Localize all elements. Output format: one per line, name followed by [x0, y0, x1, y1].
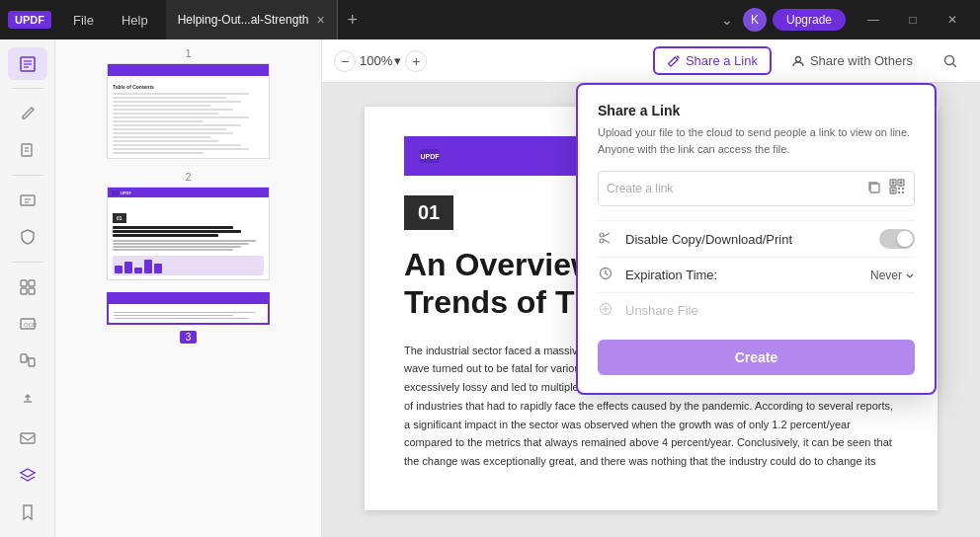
convert-icon[interactable] [8, 345, 47, 377]
disable-option-label: Disable Copy/Download/Print [625, 232, 871, 247]
form-icon[interactable] [8, 184, 47, 216]
unshare-icon [598, 301, 617, 320]
app-logo: UPDF [8, 11, 51, 29]
layers-icon[interactable] [8, 459, 47, 492]
svg-rect-27 [892, 190, 895, 192]
toggle-knob [897, 231, 913, 247]
left-sidebar: OCR [0, 39, 55, 537]
bookmark-icon[interactable] [8, 497, 47, 529]
email-icon[interactable] [8, 422, 47, 455]
pdf-page-num: 01 [404, 195, 453, 230]
svg-rect-11 [29, 280, 35, 286]
svg-rect-4 [22, 144, 32, 156]
toolbar: − 100% ▾ + Share a Link Share with Other… [322, 39, 980, 83]
svg-rect-31 [902, 192, 904, 193]
zoom-control: − 100% ▾ + [334, 50, 427, 72]
thumbnail-panel: 1 Table of Contents [55, 39, 322, 537]
organize-icon[interactable] [8, 270, 47, 303]
svg-text:OCR: OCR [24, 322, 37, 328]
scissors-icon [598, 230, 617, 249]
thumb-num-2: 2 [185, 171, 191, 183]
menu-bar: File Help [59, 7, 162, 34]
svg-rect-13 [29, 288, 35, 294]
expiration-value[interactable]: Never [870, 268, 915, 282]
sidebar-divider-2 [12, 175, 43, 176]
disable-option-row: Disable Copy/Download/Print [598, 220, 915, 257]
svg-rect-7 [21, 195, 35, 205]
svg-rect-10 [21, 280, 27, 286]
svg-point-33 [600, 239, 604, 243]
thumbnail-2[interactable]: 2 UPDF 01 [63, 171, 313, 280]
svg-rect-28 [898, 188, 900, 190]
svg-rect-21 [870, 184, 879, 192]
link-input[interactable] [607, 182, 860, 195]
svg-rect-12 [21, 288, 27, 294]
create-button[interactable]: Create [598, 340, 915, 375]
tab-close-icon[interactable]: × [316, 13, 324, 27]
menu-file[interactable]: File [59, 7, 108, 34]
tab-add-button[interactable]: + [338, 10, 368, 31]
tab-bar: Helping-Out...al-Strength × + [166, 0, 717, 39]
maximize-button[interactable]: □ [893, 0, 933, 39]
thumb-num-1: 1 [185, 47, 191, 59]
share-with-button[interactable]: Share with Others [779, 48, 925, 73]
svg-point-19 [795, 56, 800, 61]
share-cloud-icon[interactable] [8, 381, 47, 414]
search-icon[interactable] [933, 43, 968, 79]
edit-icon[interactable] [8, 97, 47, 129]
zoom-value-display[interactable]: 100% ▾ [360, 53, 401, 68]
active-tab[interactable]: Helping-Out...al-Strength × [166, 0, 338, 39]
zoom-in-button[interactable]: + [405, 50, 427, 72]
share-modal: Share a Link Upload your file to the clo… [576, 83, 937, 395]
unshare-option-row: Unshare File [598, 292, 915, 328]
titlebar-right: ⌄ K Upgrade [717, 8, 846, 32]
thumb-img-1[interactable]: Table of Contents [107, 63, 270, 159]
close-button[interactable]: ✕ [933, 0, 972, 39]
upgrade-button[interactable]: Upgrade [773, 9, 846, 31]
sidebar-divider-3 [12, 262, 43, 263]
annotate-icon[interactable] [8, 134, 47, 167]
thumbnail-3[interactable]: 3 [63, 292, 313, 345]
svg-rect-16 [21, 354, 27, 362]
modal-description: Upload your file to the cloud to send pe… [598, 124, 915, 157]
window-controls: — □ ✕ [854, 0, 972, 39]
clock-icon [598, 266, 617, 284]
expiration-option-row: Expiration Time: Never [598, 257, 915, 292]
tab-label: Helping-Out...al-Strength [178, 13, 309, 27]
unshare-label: Unshare File [625, 303, 915, 318]
svg-rect-25 [900, 182, 903, 185]
svg-rect-30 [898, 192, 900, 193]
svg-rect-18 [21, 433, 35, 443]
svg-point-32 [600, 233, 604, 237]
content-area: − 100% ▾ + Share a Link Share with Other… [322, 39, 980, 537]
qr-icon[interactable] [888, 178, 906, 199]
thumbnail-1[interactable]: 1 Table of Contents [63, 47, 313, 159]
svg-rect-23 [892, 182, 895, 185]
modal-title: Share a Link [598, 103, 915, 118]
thumb-img-2[interactable]: UPDF 01 [107, 187, 270, 280]
protect-icon[interactable] [8, 221, 47, 254]
disable-toggle[interactable] [879, 229, 915, 249]
reader-icon[interactable] [8, 47, 47, 80]
page-num-badge: 3 [180, 331, 198, 344]
zoom-out-button[interactable]: − [334, 50, 356, 72]
share-link-button[interactable]: Share a Link [653, 46, 772, 75]
sidebar-divider-1 [12, 88, 43, 89]
expiration-label: Expiration Time: [625, 268, 862, 282]
link-input-row [598, 171, 915, 206]
ocr-icon[interactable]: OCR [8, 307, 47, 340]
main-area: OCR 1 Table of Contents [0, 39, 980, 537]
titlebar: UPDF File Help Helping-Out...al-Strength… [0, 0, 980, 39]
dropdown-icon[interactable]: ⌄ [717, 8, 737, 32]
avatar: K [743, 8, 767, 32]
minimize-button[interactable]: — [854, 0, 893, 39]
svg-rect-29 [902, 188, 904, 190]
svg-rect-17 [29, 358, 35, 366]
thumb-img-3[interactable] [107, 292, 270, 326]
menu-help[interactable]: Help [108, 7, 162, 34]
copy-icon[interactable] [866, 180, 882, 198]
